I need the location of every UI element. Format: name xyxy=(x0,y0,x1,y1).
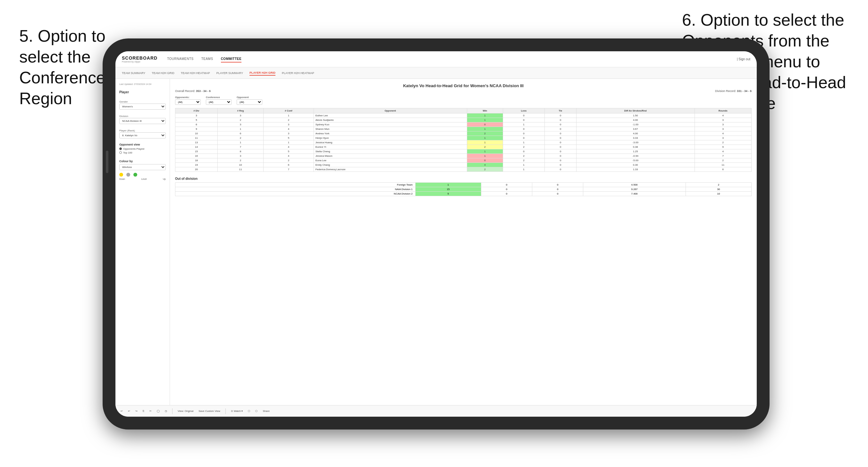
td-out-win: 15 xyxy=(415,187,481,192)
toolbar-undo[interactable]: ↩ xyxy=(121,410,123,412)
td-reg: 11 xyxy=(217,167,263,172)
toolbar-watch[interactable]: ⊙ Watch ▾ xyxy=(231,410,243,412)
td-conf: 4 xyxy=(264,127,314,131)
td-loss: 0 xyxy=(503,114,545,118)
player-title: Player xyxy=(119,90,166,94)
records-row: Overall Record: 353 - 34 - 6 Division Re… xyxy=(175,89,752,93)
nav-committee[interactable]: COMMITTEE xyxy=(221,56,242,62)
toolbar-hex2[interactable]: ⬡ xyxy=(255,410,257,412)
th-tie: Tie xyxy=(545,108,576,114)
td-out-diff: 7.400 xyxy=(583,192,686,196)
td-out-rounds: 30 xyxy=(686,187,751,192)
gender-select[interactable]: Women's xyxy=(119,103,166,110)
subnav-player-summary[interactable]: PLAYER SUMMARY xyxy=(216,71,243,75)
td-opponent: Jessica Mason xyxy=(314,154,467,158)
filter-conference-select[interactable]: (All) xyxy=(206,99,231,105)
division-label: Division xyxy=(119,115,166,118)
td-win: 1 xyxy=(467,136,503,141)
radio-top100[interactable]: Top 100 xyxy=(119,151,166,154)
logo-text: SCOREBOARD xyxy=(122,56,157,61)
td-loss: 0 xyxy=(503,127,545,131)
td-div: 5 xyxy=(176,118,218,122)
radio-dot-selected xyxy=(119,148,122,150)
subnav-team-h2h-heatmap[interactable]: TEAM H2H HEATMAP xyxy=(181,71,210,75)
td-diff: 0.30 xyxy=(576,163,694,167)
nav-teams[interactable]: TEAMS xyxy=(202,56,213,62)
nav-sign-out[interactable]: | Sign out xyxy=(737,57,750,61)
td-tie: 0 xyxy=(545,136,576,141)
td-reg: 3 xyxy=(217,114,263,118)
td-conf: 7 xyxy=(264,167,314,172)
toolbar-copy[interactable]: ⎘ xyxy=(143,410,144,412)
td-rounds: 6 xyxy=(694,167,751,172)
td-tie: 0 xyxy=(545,114,576,118)
td-out-tie: 0 xyxy=(532,192,583,196)
subnav-player-h2h-heatmap[interactable]: PLAYER H2H HEATMAP xyxy=(282,71,314,75)
td-diff: 1.50 xyxy=(576,114,694,118)
td-diff: 4.00 xyxy=(576,131,694,136)
td-loss: 0 xyxy=(503,136,545,141)
td-win: 1 xyxy=(467,118,503,122)
toolbar-redo2[interactable]: ↪ xyxy=(135,410,137,412)
colour-by-select[interactable]: Win/loss xyxy=(119,164,166,170)
overall-record: Overall Record: 353 - 34 - 6 xyxy=(175,89,211,93)
td-out-diff: 4.500 xyxy=(583,183,686,187)
td-rounds: 3 xyxy=(694,118,751,122)
toolbar-save-custom[interactable]: Save Custom View xyxy=(198,410,220,412)
td-div: 20 xyxy=(176,167,218,172)
td-loss: 2 xyxy=(503,145,545,149)
td-win: 1 xyxy=(467,114,503,118)
toolbar-share[interactable]: Share xyxy=(262,410,269,412)
nav-tournaments[interactable]: TOURNAMENTS xyxy=(167,56,194,62)
td-reg: 2 xyxy=(217,118,263,122)
td-diff: 3.67 xyxy=(576,127,694,131)
td-rounds: 4 xyxy=(694,114,751,118)
toolbar-circle[interactable]: ◯ xyxy=(157,410,160,412)
td-out-tie: 0 xyxy=(532,187,583,192)
out-of-division-title: Out of division xyxy=(175,177,752,181)
subnav-player-h2h-grid[interactable]: PLAYER H2H GRID xyxy=(249,70,275,75)
nav-items: TOURNAMENTS TEAMS COMMITTEE xyxy=(167,56,737,62)
td-div: 9 xyxy=(176,127,218,131)
toolbar-cut[interactable]: ✂ xyxy=(149,410,152,412)
right-content: Katelyn Vo Head-to-Head Grid for Women's… xyxy=(170,79,757,405)
player-rank-select[interactable]: 8. Katelyn Vo xyxy=(119,132,166,138)
td-tie: 0 xyxy=(545,118,576,122)
colour-by-section: Colour by Win/loss Down Level Up xyxy=(119,160,166,180)
td-diff: 3.33 xyxy=(576,136,694,141)
toolbar-redo1[interactable]: ↩ xyxy=(128,410,130,412)
filter-opponent-select[interactable]: (All) xyxy=(237,99,262,105)
td-reg: 8 xyxy=(217,149,263,154)
td-win: 2 xyxy=(467,167,503,172)
td-rounds: 4 xyxy=(694,131,751,136)
radio-opponents-played[interactable]: Opponents Played xyxy=(119,148,166,150)
radio-label-opponents-played: Opponents Played xyxy=(123,148,144,150)
td-diff: -5.00 xyxy=(576,158,694,163)
subnav-team-summary[interactable]: TEAM SUMMARY xyxy=(122,71,145,75)
td-loss: 2 xyxy=(503,154,545,158)
division-select[interactable]: NCAA Division III xyxy=(119,118,166,124)
td-reg: 1 xyxy=(217,127,263,131)
toolbar-clock[interactable]: ◷ xyxy=(165,410,167,412)
td-win: 4 xyxy=(467,163,503,167)
td-div: 6 xyxy=(176,122,218,127)
toolbar-view-original[interactable]: View: Original xyxy=(178,410,193,412)
td-div: 16 xyxy=(176,154,218,158)
gender-label: Gender xyxy=(119,100,166,103)
toolbar-hex1[interactable]: ⬡ xyxy=(248,410,250,412)
td-reg: 6 xyxy=(217,131,263,136)
td-out-name: NCAA Division 2 xyxy=(176,192,415,196)
subnav-team-h2h-grid[interactable]: TEAM H2H GRID xyxy=(152,71,175,75)
td-div: 18 xyxy=(176,158,218,163)
td-opponent: Sharon Mun xyxy=(314,127,467,131)
td-tie: 0 xyxy=(545,163,576,167)
td-rounds: 4 xyxy=(694,149,751,154)
filter-opponents-group: Opponents: (All) xyxy=(175,96,201,105)
opponent-view-section: Opponent view Opponents Played Top 100 xyxy=(119,143,166,155)
td-loss: 1 xyxy=(503,163,545,167)
th-conf: # Conf xyxy=(264,108,314,114)
td-div: 19 xyxy=(176,163,218,167)
filter-opponents-select[interactable]: (All) xyxy=(175,99,201,105)
legend-circle-down xyxy=(119,173,123,177)
td-opponent: Sydney Kuo xyxy=(314,122,467,127)
